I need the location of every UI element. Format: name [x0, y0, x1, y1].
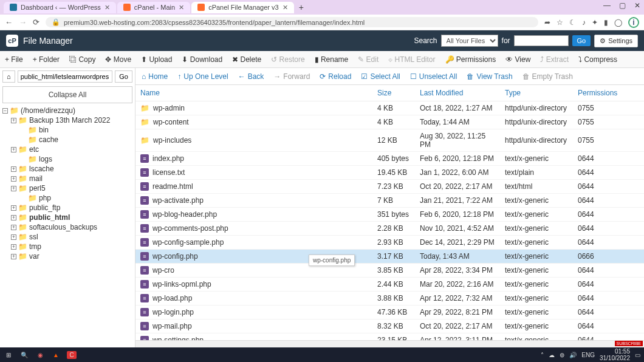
table-row[interactable]: ≡wp-activate.php7 KBJan 21, 2021, 7:22 A… [135, 194, 644, 208]
toolbar-button[interactable]: ⟐ HTML Editor [388, 55, 435, 64]
table-row[interactable]: ≡wp-blog-header.php351 bytesFeb 6, 2020,… [135, 208, 644, 222]
camtasia-icon[interactable]: C [67, 351, 77, 359]
back-icon[interactable]: ← [5, 18, 13, 27]
forward-icon[interactable]: → [19, 18, 27, 27]
expand-icon[interactable]: + [11, 176, 16, 182]
action-button[interactable]: 🗑Empty Trash [522, 72, 573, 81]
table-row[interactable]: ≡wp-config-sample.php2.93 KBDec 14, 2021… [135, 236, 644, 250]
new-tab-button[interactable]: + [295, 1, 307, 13]
expand-icon[interactable]: + [11, 244, 16, 250]
expand-icon[interactable]: + [11, 254, 16, 259]
tree-item[interactable]: 📁cache [2, 135, 132, 145]
tree-item[interactable]: +📁tmp [2, 242, 132, 251]
clock-time[interactable]: 01:55 [600, 348, 630, 355]
expand-icon[interactable]: + [11, 225, 16, 230]
toolbar-button[interactable]: ⤴ Extract [540, 55, 569, 64]
settings-button[interactable]: ⚙Settings [594, 35, 638, 47]
table-row[interactable]: ≡wp-links-opml.php2.44 KBMar 20, 2022, 2… [135, 278, 644, 292]
tree-item[interactable]: +📁lscache [2, 164, 132, 174]
tab-close-icon[interactable]: ✕ [104, 4, 110, 12]
horizontal-scrollbar[interactable] [135, 340, 644, 347]
table-row[interactable]: 📁wp-includes12 KBAug 30, 2022, 11:25 PMh… [135, 129, 644, 152]
action-button[interactable]: →Forward [273, 72, 310, 81]
table-row[interactable]: 📁wp-admin4 KBOct 18, 2022, 1:27 AMhttpd/… [135, 101, 644, 115]
search-go-button[interactable]: Go [572, 35, 591, 46]
action-button[interactable]: ⌂Home [142, 72, 168, 81]
toolbar-button[interactable]: ✥ Move [105, 55, 131, 64]
expand-icon[interactable]: + [11, 186, 16, 191]
tab-close-icon[interactable]: ✕ [283, 4, 288, 12]
toolbar-button[interactable]: ✖ Delete [232, 55, 261, 64]
maximize-icon[interactable]: ▢ [619, 1, 626, 10]
toolbar-button[interactable]: ▮ Rename [315, 55, 349, 64]
column-header[interactable]: Last Modified [415, 85, 500, 101]
toolbar-button[interactable]: ⬆ Upload [141, 55, 172, 64]
clock-date[interactable]: 31/10/2022 [600, 355, 630, 361]
toolbar-button[interactable]: ↺ Restore [271, 55, 304, 64]
tree-item[interactable]: 📁php [2, 193, 132, 203]
search-scope-select[interactable]: All Your Files [441, 35, 498, 47]
reload-icon[interactable]: ⟳ [33, 18, 39, 27]
tree-item[interactable]: +📁etc [2, 145, 132, 154]
share-icon[interactable]: ➦ [544, 18, 550, 27]
column-header[interactable]: Name [135, 85, 372, 101]
table-row[interactable]: ≡readme.html7.23 KBOct 20, 2022, 2:17 AM… [135, 180, 644, 194]
table-row[interactable]: ≡wp-login.php47.36 KBApr 29, 2022, 8:21 … [135, 306, 644, 319]
table-row[interactable]: ≡wp-comments-post.php2.28 KBNov 10, 2021… [135, 222, 644, 236]
expand-icon[interactable]: + [11, 166, 16, 172]
toolbar-button[interactable]: + File [5, 55, 23, 64]
toolbar-button[interactable]: ✎ Edit [358, 55, 379, 64]
tree-item[interactable]: +📁Backup 13th March 2022 [2, 115, 132, 125]
table-row[interactable]: ≡wp-settings.php23.15 KBApr 12, 2022, 3:… [135, 333, 644, 341]
notification-icon[interactable]: ▭ [635, 352, 640, 358]
table-row[interactable]: ≡wp-cro3.85 KBApr 28, 2022, 3:34 PMtext/… [135, 264, 644, 278]
expand-icon[interactable]: + [11, 147, 16, 152]
action-button[interactable]: ←Back [238, 72, 264, 81]
toolbar-button[interactable]: ⿻ Copy [69, 55, 95, 64]
cloud-icon[interactable]: ☁ [549, 352, 555, 358]
chrome-icon[interactable]: ◉ [35, 352, 45, 358]
expand-icon[interactable]: + [11, 234, 16, 240]
info-icon[interactable]: i [628, 17, 639, 28]
tab-close-icon[interactable]: ✕ [179, 4, 184, 12]
collapse-all-button[interactable]: Collapse All [2, 86, 132, 103]
collapse-icon[interactable]: − [2, 108, 8, 114]
search-tb-icon[interactable]: 🔍 [19, 352, 29, 358]
subscribe-badge[interactable]: SUBSCRIBE [615, 341, 643, 346]
close-icon[interactable]: ✕ [634, 1, 640, 10]
note-icon[interactable]: ♪ [582, 18, 586, 27]
browser-tab[interactable]: cPanel - Main✕ [117, 2, 190, 13]
tree-item[interactable]: +📁public_html [2, 213, 132, 222]
brave-icon[interactable]: ▲ [51, 352, 61, 358]
puzzle-icon[interactable]: ✦ [592, 18, 598, 27]
toolbar-button[interactable]: ⤵ Compress [578, 55, 617, 64]
table-row[interactable]: ≡wp-mail.php8.32 KBOct 20, 2022, 2:17 AM… [135, 319, 644, 333]
tree-item[interactable]: +📁perl5 [2, 183, 132, 193]
expand-icon[interactable]: + [11, 205, 16, 211]
action-button[interactable]: ☐Unselect All [410, 72, 457, 81]
tree-root[interactable]: − 📁 (/home/direzzqu) [2, 106, 132, 115]
toolbar-button[interactable]: 🔑 Permissions [445, 55, 496, 64]
star-icon[interactable]: ☆ [557, 18, 563, 27]
tree-item[interactable]: +📁mail [2, 174, 132, 183]
language-indicator[interactable]: ENG [581, 352, 595, 358]
action-button[interactable]: 🗑View Trash [467, 72, 512, 81]
table-row[interactable]: ≡license.txt19.45 KBJan 1, 2022, 6:00 AM… [135, 166, 644, 180]
expand-icon[interactable]: + [11, 118, 16, 123]
url-input[interactable]: 🔒 premium30.web-hosting.com:2083/cpsess8… [46, 17, 538, 27]
tree-item[interactable]: +📁softaculous_backups [2, 222, 132, 232]
column-header[interactable]: Permissions [573, 85, 644, 101]
column-header[interactable]: Type [500, 85, 573, 101]
tree-item[interactable]: 📁bin [2, 125, 132, 135]
table-row[interactable]: ≡index.php405 bytesFeb 6, 2020, 12:18 PM… [135, 152, 644, 166]
path-input[interactable] [18, 70, 113, 83]
toolbar-button[interactable]: 👁 View [505, 55, 530, 64]
browser-tab[interactable]: cPanel File Manager v3✕ [191, 2, 294, 13]
tree-item[interactable]: +📁public_ftp [2, 203, 132, 213]
start-icon[interactable]: ⊞ [4, 352, 13, 358]
table-row[interactable]: ≡wp-load.php3.88 KBApr 12, 2022, 7:32 AM… [135, 292, 644, 306]
action-button[interactable]: ☑Select All [361, 72, 400, 81]
wifi-icon[interactable]: ⊚ [560, 352, 564, 358]
action-button[interactable]: ↑Up One Level [177, 72, 228, 81]
toolbar-button[interactable]: ⬇ Download [182, 55, 222, 64]
